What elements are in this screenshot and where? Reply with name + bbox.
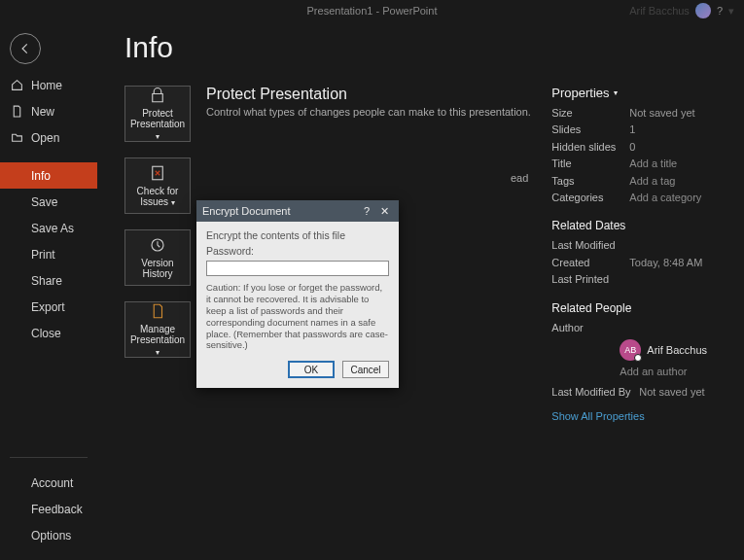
- nav-label: Options: [31, 529, 71, 542]
- lock-icon: [149, 87, 166, 104]
- main-content: Info Protect Presentation ▾ Protect Pres…: [97, 21, 744, 560]
- tile-label: Protect Presentation ▾: [129, 108, 186, 142]
- partial-text: ead: [206, 171, 532, 186]
- prop-created-label: Created: [551, 256, 629, 270]
- author-avatar: AB: [620, 339, 641, 361]
- nav-close[interactable]: Close: [0, 320, 97, 346]
- user-avatar-icon: [695, 3, 711, 18]
- prop-tags-value[interactable]: Add a tag: [629, 174, 675, 189]
- presence-dot-icon: [634, 354, 642, 362]
- nav-export[interactable]: Export: [0, 294, 97, 320]
- prop-last-modified-label: Last Modified: [551, 238, 629, 253]
- nav-print[interactable]: Print: [0, 241, 97, 267]
- nav-feedback[interactable]: Feedback: [0, 496, 97, 522]
- prop-hidden-label: Hidden slides: [551, 140, 629, 155]
- help-icon[interactable]: ?: [717, 5, 723, 17]
- dialog-heading: Encrypt the contents of this file: [206, 229, 389, 241]
- nav-label: Home: [31, 79, 62, 92]
- new-icon: [10, 105, 23, 119]
- ok-button[interactable]: OK: [288, 361, 335, 378]
- tile-label: Version History: [129, 258, 186, 280]
- tile-label: Check for Issues ▾: [129, 186, 186, 208]
- nav-save-as[interactable]: Save As: [0, 215, 97, 241]
- password-label: Password:: [206, 245, 389, 257]
- version-history-tile[interactable]: Version History: [124, 229, 191, 286]
- nav-label: Account: [31, 476, 73, 490]
- add-author-link[interactable]: Add an author: [620, 365, 687, 379]
- prop-modified-by-value: Not saved yet: [639, 385, 704, 400]
- nav-home[interactable]: Home: [0, 72, 97, 98]
- section-protect: Protect Presentation ▾ Protect Presentat…: [124, 86, 532, 142]
- nav-label: Export: [31, 300, 65, 314]
- prop-slides-label: Slides: [551, 122, 629, 137]
- doc-name: Presentation1: [307, 5, 373, 17]
- page-title: Info: [124, 31, 726, 64]
- prop-categories-value[interactable]: Add a category: [629, 191, 701, 205]
- prop-size-value: Not saved yet: [629, 106, 694, 121]
- nav-label: Share: [31, 274, 62, 288]
- nav-label: Save: [31, 195, 57, 209]
- dialog-caution-text: Caution: If you lose or forget the passw…: [206, 282, 389, 351]
- prop-slides-value: 1: [629, 122, 635, 137]
- account-area[interactable]: Arif Bacchus ? ▾: [629, 3, 734, 18]
- dialog-titlebar[interactable]: Encrypt Document ? ✕: [196, 200, 399, 222]
- encrypt-document-dialog: Encrypt Document ? ✕ Encrypt the content…: [196, 200, 399, 388]
- divider: [10, 457, 88, 458]
- prop-title-label: Title: [551, 157, 629, 171]
- history-icon: [149, 236, 166, 254]
- prop-author-label: Author: [551, 321, 629, 335]
- arrow-left-icon: [18, 42, 32, 55]
- chevron-down-icon: ▾: [156, 348, 159, 357]
- dialog-title: Encrypt Document: [202, 205, 290, 217]
- window-title: Presentation1 - PowerPoint: [307, 5, 438, 17]
- open-icon: [10, 131, 23, 145]
- nav-open[interactable]: Open: [0, 124, 97, 151]
- nav-label: Save As: [31, 222, 74, 235]
- chevron-down-icon: ▾: [614, 88, 618, 97]
- nav-options[interactable]: Options: [0, 522, 97, 548]
- related-dates-header: Related Dates: [551, 219, 726, 232]
- document-icon: [149, 302, 166, 320]
- section-description: Control what types of changes people can…: [206, 105, 532, 120]
- author-entry[interactable]: AB Arif Bacchus: [620, 339, 726, 361]
- prop-hidden-value: 0: [629, 140, 635, 155]
- protect-presentation-tile[interactable]: Protect Presentation ▾: [124, 86, 191, 142]
- backstage-sidebar: Home New Open Info Save Save As Print Sh…: [0, 21, 97, 560]
- tile-label: Manage Presentation ▾: [129, 324, 186, 358]
- author-name: Arif Bacchus: [647, 344, 707, 356]
- user-name-top: Arif Bacchus: [629, 5, 690, 17]
- nav-label: Close: [31, 327, 61, 340]
- dialog-help-button[interactable]: ?: [358, 205, 375, 217]
- prop-size-label: Size: [551, 106, 629, 121]
- cancel-button[interactable]: Cancel: [342, 361, 389, 378]
- prop-categories-label: Categories: [551, 191, 629, 205]
- nav-info[interactable]: Info: [0, 162, 97, 189]
- section-title: Protect Presentation: [206, 86, 532, 103]
- chevron-down-icon: ▾: [156, 132, 159, 141]
- related-people-header: Related People: [551, 301, 726, 315]
- inspect-icon: [149, 164, 166, 182]
- show-all-properties-link[interactable]: Show All Properties: [551, 410, 726, 422]
- chevron-down-icon: ▾: [171, 198, 175, 207]
- home-icon: [10, 79, 23, 92]
- nav-label: Info: [31, 169, 51, 183]
- check-for-issues-tile[interactable]: Check for Issues ▾: [124, 158, 191, 214]
- nav-label: Open: [31, 131, 59, 145]
- properties-panel: Properties ▾ SizeNot saved yet Slides1 H…: [551, 86, 726, 422]
- nav-share[interactable]: Share: [0, 267, 97, 294]
- prop-title-value[interactable]: Add a title: [629, 157, 677, 171]
- ribbon-display-icon[interactable]: ▾: [728, 5, 734, 18]
- nav-account[interactable]: Account: [0, 470, 97, 496]
- nav-label: Feedback: [31, 503, 83, 516]
- nav-save[interactable]: Save: [0, 189, 97, 215]
- back-button[interactable]: [10, 33, 41, 64]
- prop-tags-label: Tags: [551, 174, 629, 189]
- properties-header[interactable]: Properties ▾: [551, 86, 726, 100]
- dialog-close-button[interactable]: ✕: [375, 205, 393, 218]
- password-input[interactable]: [206, 261, 389, 276]
- prop-modified-by-label: Last Modified By: [551, 385, 639, 400]
- nav-new[interactable]: New: [0, 98, 97, 124]
- prop-created-value: Today, 8:48 AM: [629, 256, 702, 270]
- manage-presentation-tile[interactable]: Manage Presentation ▾: [124, 301, 191, 358]
- title-bar: Presentation1 - PowerPoint Arif Bacchus …: [0, 0, 744, 21]
